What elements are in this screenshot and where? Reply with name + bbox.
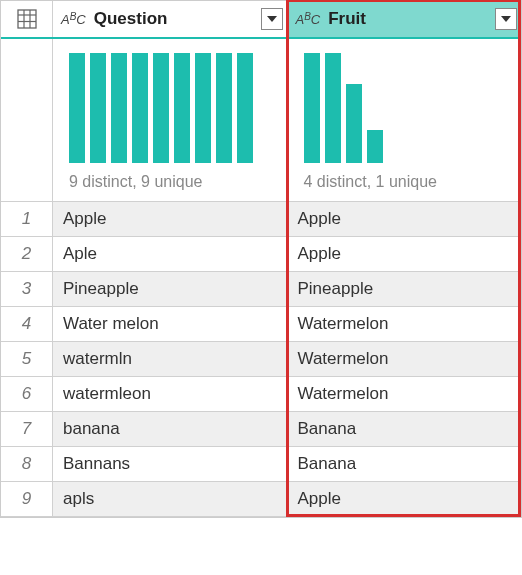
distribution-bar [304,53,320,163]
table-cell[interactable]: Pineapple [288,272,522,306]
table-cell[interactable]: Banana [288,412,522,446]
distribution-chart [304,53,506,163]
profile-summary: 4 distinct, 1 unique [304,173,506,191]
column-header-question[interactable]: B Question [53,1,288,37]
table-row[interactable]: 5watermlnWatermelon [1,342,521,377]
table-cell[interactable]: Apple [288,482,522,516]
distribution-chart [69,53,271,163]
table-corner-button[interactable] [1,1,53,37]
data-table: B Question B Fruit 9 distinct, 9 unique … [0,0,522,518]
table-icon [17,9,37,29]
text-type-icon: B [61,12,86,27]
table-cell[interactable]: Watermelon [288,377,522,411]
row-number: 9 [1,482,53,516]
table-cell[interactable]: banana [53,412,288,446]
table-cell[interactable]: Apple [288,202,522,236]
distribution-bar [195,53,211,163]
table-row[interactable]: 1AppleApple [1,202,521,237]
table-cell[interactable]: watermleon [53,377,288,411]
table-row[interactable]: 3PineapplePineapple [1,272,521,307]
table-cell[interactable]: Water melon [53,307,288,341]
column-profile-question[interactable]: 9 distinct, 9 unique [53,39,288,201]
row-number: 1 [1,202,53,236]
column-profile-fruit[interactable]: 4 distinct, 1 unique [288,39,522,201]
table-cell[interactable]: Apple [288,237,522,271]
chevron-down-icon [501,16,511,22]
profile-summary: 9 distinct, 9 unique [69,173,271,191]
profile-corner [1,39,53,201]
distribution-bar [90,53,106,163]
table-cell[interactable]: Watermelon [288,307,522,341]
table-cell[interactable]: apls [53,482,288,516]
column-filter-dropdown[interactable] [261,8,283,30]
row-number: 3 [1,272,53,306]
chevron-down-icon [267,16,277,22]
distribution-bar [237,53,253,163]
row-number: 4 [1,307,53,341]
table-cell[interactable]: Watermelon [288,342,522,376]
row-number: 6 [1,377,53,411]
svg-rect-0 [18,10,36,28]
column-profile-row: 9 distinct, 9 unique 4 distinct, 1 uniqu… [1,39,521,202]
table-cell[interactable]: Bannans [53,447,288,481]
table-row[interactable]: 8BannansBanana [1,447,521,482]
table-row[interactable]: 6watermleonWatermelon [1,377,521,412]
distribution-bar [367,130,383,163]
text-type-icon: B [296,12,321,27]
column-name: Fruit [328,9,366,29]
row-number: 8 [1,447,53,481]
distribution-bar [174,53,190,163]
row-number: 5 [1,342,53,376]
distribution-bar [111,53,127,163]
table-row[interactable]: 7bananaBanana [1,412,521,447]
column-header-fruit[interactable]: B Fruit [288,1,522,37]
table-cell[interactable]: Pineapple [53,272,288,306]
table-row[interactable]: 2ApleApple [1,237,521,272]
distribution-bar [346,84,362,163]
distribution-bar [325,53,341,163]
table-cell[interactable]: Aple [53,237,288,271]
distribution-bar [69,53,85,163]
row-number: 2 [1,237,53,271]
column-name: Question [94,9,168,29]
table-row[interactable]: 4Water melonWatermelon [1,307,521,342]
column-header-row: B Question B Fruit [1,1,521,39]
distribution-bar [132,53,148,163]
distribution-bar [216,53,232,163]
row-number: 7 [1,412,53,446]
table-row[interactable]: 9aplsApple [1,482,521,517]
table-cell[interactable]: watermln [53,342,288,376]
table-cell[interactable]: Banana [288,447,522,481]
table-cell[interactable]: Apple [53,202,288,236]
column-filter-dropdown[interactable] [495,8,517,30]
data-body: 1AppleApple2ApleApple3PineapplePineapple… [1,202,521,517]
distribution-bar [153,53,169,163]
